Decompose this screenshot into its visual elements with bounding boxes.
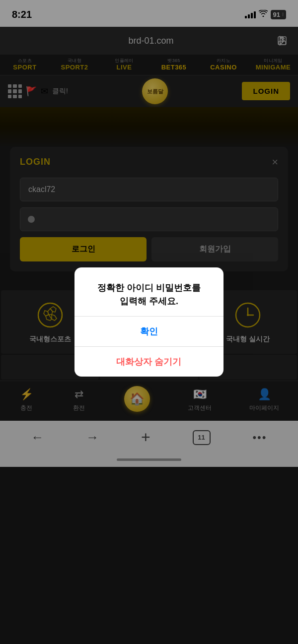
modal-backdrop: 정확한 아이디 비밀번호를입력해 주세요. 확인 대화상자 숨기기 [0, 0, 298, 644]
alert-modal: 정확한 아이디 비밀번호를입력해 주세요. 확인 대화상자 숨기기 [74, 267, 224, 377]
alert-message: 정확한 아이디 비밀번호를입력해 주세요. [86, 281, 212, 308]
alert-confirm-button[interactable]: 확인 [74, 317, 224, 346]
alert-body: 정확한 아이디 비밀번호를입력해 주세요. [74, 267, 224, 316]
alert-hide-button[interactable]: 대화상자 숨기기 [74, 347, 224, 377]
